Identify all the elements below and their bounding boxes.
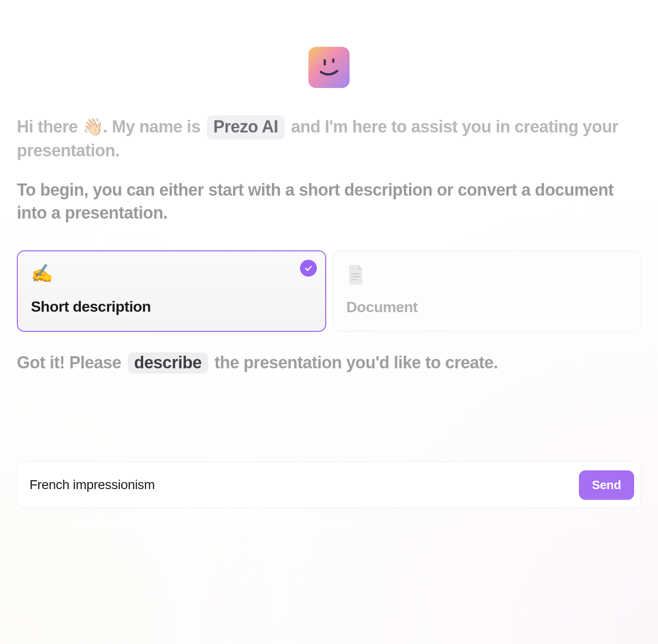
- svg-rect-0: [323, 59, 326, 66]
- followup-chip: describe: [128, 352, 208, 373]
- check-icon: [300, 260, 317, 277]
- writing-hand-icon: ✍️: [31, 264, 53, 282]
- face-icon: [315, 54, 343, 81]
- svg-rect-4: [351, 279, 357, 280]
- document-icon: [346, 264, 365, 285]
- greeting-pre: Hi there: [17, 117, 78, 136]
- app-name-chip: Prezo AI: [207, 115, 285, 139]
- options-row: ✍️ Short description Document: [17, 250, 641, 332]
- app-logo: [308, 47, 350, 88]
- composer-bar: Send: [17, 461, 641, 508]
- followup-pre: Got it! Please: [17, 353, 121, 372]
- option-label: Short description: [31, 298, 312, 315]
- wave-emoji: 👋🏻: [82, 117, 103, 136]
- svg-rect-1: [332, 59, 335, 63]
- option-document[interactable]: Document: [333, 250, 641, 332]
- instruction-line: To begin, you can either start with a sh…: [17, 179, 641, 224]
- followup-line: Got it! Please describe the presentation…: [17, 352, 641, 373]
- option-label: Document: [346, 299, 628, 316]
- svg-rect-2: [351, 273, 360, 275]
- intro-block: Hi there 👋🏻. My name is Prezo AI and I'm…: [17, 115, 641, 224]
- prompt-input[interactable]: [29, 477, 579, 492]
- send-button[interactable]: Send: [579, 470, 634, 500]
- greeting-line: Hi there 👋🏻. My name is Prezo AI and I'm…: [17, 115, 641, 162]
- svg-rect-3: [351, 276, 360, 278]
- greeting-mid: . My name is: [103, 117, 200, 136]
- followup-post: the presentation you'd like to create.: [214, 353, 498, 372]
- option-short-description[interactable]: ✍️ Short description: [17, 250, 326, 332]
